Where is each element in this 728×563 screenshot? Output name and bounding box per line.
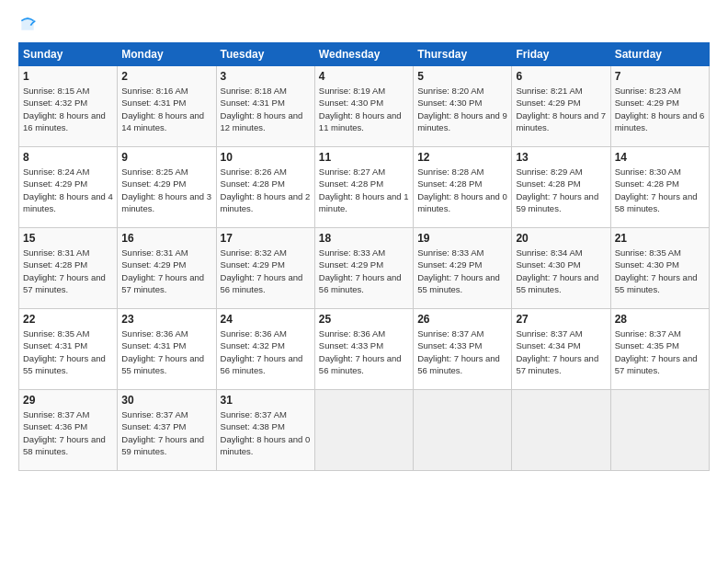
calendar-cell: 19Sunrise: 8:33 AMSunset: 4:29 PMDayligh… [414, 228, 512, 309]
day-number: 7 [615, 70, 705, 83]
calendar-header-thursday: Thursday [414, 43, 512, 66]
day-number: 8 [23, 151, 113, 164]
calendar-cell: 26Sunrise: 8:37 AMSunset: 4:33 PMDayligh… [414, 309, 512, 390]
day-info: Sunrise: 8:29 AMSunset: 4:28 PMDaylight:… [516, 166, 606, 214]
calendar-cell [314, 390, 413, 471]
calendar-week-row: 1Sunrise: 8:15 AMSunset: 4:32 PMDaylight… [19, 66, 710, 147]
day-number: 29 [23, 394, 113, 407]
day-info: Sunrise: 8:33 AMSunset: 4:29 PMDaylight:… [319, 247, 409, 295]
calendar-week-row: 8Sunrise: 8:24 AMSunset: 4:29 PMDaylight… [19, 147, 710, 228]
day-info: Sunrise: 8:34 AMSunset: 4:30 PMDaylight:… [516, 247, 606, 295]
calendar-header-monday: Monday [118, 43, 216, 66]
calendar-header-row: SundayMondayTuesdayWednesdayThursdayFrid… [19, 43, 710, 66]
calendar-cell: 3Sunrise: 8:18 AMSunset: 4:31 PMDaylight… [216, 66, 314, 147]
day-number: 12 [417, 151, 507, 164]
day-number: 15 [23, 232, 113, 245]
calendar-cell: 25Sunrise: 8:36 AMSunset: 4:33 PMDayligh… [314, 309, 413, 390]
day-info: Sunrise: 8:15 AMSunset: 4:32 PMDaylight:… [23, 85, 113, 133]
day-number: 10 [221, 151, 311, 164]
day-number: 2 [121, 70, 211, 83]
day-number: 17 [221, 232, 311, 245]
day-number: 31 [221, 394, 311, 407]
calendar-cell: 12Sunrise: 8:28 AMSunset: 4:28 PMDayligh… [414, 147, 512, 228]
calendar-header-saturday: Saturday [610, 43, 709, 66]
day-number: 11 [319, 151, 409, 164]
calendar-cell: 5Sunrise: 8:20 AMSunset: 4:30 PMDaylight… [414, 66, 512, 147]
calendar-cell: 2Sunrise: 8:16 AMSunset: 4:31 PMDaylight… [118, 66, 216, 147]
calendar-week-row: 22Sunrise: 8:35 AMSunset: 4:31 PMDayligh… [19, 309, 710, 390]
day-number: 5 [417, 70, 507, 83]
calendar-cell: 22Sunrise: 8:35 AMSunset: 4:31 PMDayligh… [19, 309, 118, 390]
calendar-cell: 29Sunrise: 8:37 AMSunset: 4:36 PMDayligh… [19, 390, 118, 471]
logo [18, 15, 39, 33]
calendar-table: SundayMondayTuesdayWednesdayThursdayFrid… [18, 42, 710, 471]
day-info: Sunrise: 8:25 AMSunset: 4:29 PMDaylight:… [121, 166, 211, 214]
page: SundayMondayTuesdayWednesdayThursdayFrid… [0, 0, 728, 563]
day-info: Sunrise: 8:37 AMSunset: 4:37 PMDaylight:… [121, 408, 211, 457]
calendar-cell: 17Sunrise: 8:32 AMSunset: 4:29 PMDayligh… [216, 228, 314, 309]
day-number: 27 [516, 313, 606, 326]
day-number: 28 [615, 313, 705, 326]
calendar-cell: 20Sunrise: 8:34 AMSunset: 4:30 PMDayligh… [512, 228, 610, 309]
day-number: 16 [121, 232, 211, 245]
day-number: 24 [221, 313, 311, 326]
calendar-week-row: 15Sunrise: 8:31 AMSunset: 4:28 PMDayligh… [19, 228, 710, 309]
day-info: Sunrise: 8:33 AMSunset: 4:29 PMDaylight:… [417, 247, 507, 295]
day-info: Sunrise: 8:36 AMSunset: 4:31 PMDaylight:… [121, 327, 211, 376]
calendar-cell: 14Sunrise: 8:30 AMSunset: 4:28 PMDayligh… [610, 147, 709, 228]
day-info: Sunrise: 8:16 AMSunset: 4:31 PMDaylight:… [121, 85, 211, 133]
day-number: 6 [516, 70, 606, 83]
calendar-cell: 16Sunrise: 8:31 AMSunset: 4:29 PMDayligh… [118, 228, 216, 309]
day-info: Sunrise: 8:31 AMSunset: 4:28 PMDaylight:… [23, 247, 113, 295]
day-number: 20 [516, 232, 606, 245]
calendar-cell: 10Sunrise: 8:26 AMSunset: 4:28 PMDayligh… [216, 147, 314, 228]
calendar-cell: 9Sunrise: 8:25 AMSunset: 4:29 PMDaylight… [118, 147, 216, 228]
day-number: 14 [615, 151, 705, 164]
day-info: Sunrise: 8:31 AMSunset: 4:29 PMDaylight:… [121, 247, 211, 295]
calendar-header-wednesday: Wednesday [314, 43, 413, 66]
day-info: Sunrise: 8:37 AMSunset: 4:38 PMDaylight:… [221, 408, 311, 457]
calendar-cell: 27Sunrise: 8:37 AMSunset: 4:34 PMDayligh… [512, 309, 610, 390]
day-info: Sunrise: 8:37 AMSunset: 4:34 PMDaylight:… [516, 327, 606, 376]
calendar-cell: 8Sunrise: 8:24 AMSunset: 4:29 PMDaylight… [19, 147, 118, 228]
calendar-cell: 30Sunrise: 8:37 AMSunset: 4:37 PMDayligh… [118, 390, 216, 471]
day-info: Sunrise: 8:35 AMSunset: 4:30 PMDaylight:… [615, 247, 705, 295]
day-info: Sunrise: 8:21 AMSunset: 4:29 PMDaylight:… [516, 85, 606, 133]
day-number: 26 [417, 313, 507, 326]
calendar-cell: 13Sunrise: 8:29 AMSunset: 4:28 PMDayligh… [512, 147, 610, 228]
day-info: Sunrise: 8:37 AMSunset: 4:35 PMDaylight:… [615, 327, 705, 376]
day-number: 13 [516, 151, 606, 164]
calendar-header-friday: Friday [512, 43, 610, 66]
calendar-cell: 7Sunrise: 8:23 AMSunset: 4:29 PMDaylight… [610, 66, 709, 147]
calendar-cell [610, 390, 709, 471]
day-info: Sunrise: 8:32 AMSunset: 4:29 PMDaylight:… [221, 247, 311, 295]
day-info: Sunrise: 8:23 AMSunset: 4:29 PMDaylight:… [615, 85, 705, 133]
calendar-cell: 28Sunrise: 8:37 AMSunset: 4:35 PMDayligh… [610, 309, 709, 390]
day-info: Sunrise: 8:30 AMSunset: 4:28 PMDaylight:… [615, 166, 705, 214]
day-info: Sunrise: 8:19 AMSunset: 4:30 PMDaylight:… [319, 85, 409, 133]
day-info: Sunrise: 8:27 AMSunset: 4:28 PMDaylight:… [319, 166, 409, 214]
day-number: 3 [221, 70, 311, 83]
calendar-cell: 6Sunrise: 8:21 AMSunset: 4:29 PMDaylight… [512, 66, 610, 147]
calendar-cell: 4Sunrise: 8:19 AMSunset: 4:30 PMDaylight… [314, 66, 413, 147]
day-info: Sunrise: 8:26 AMSunset: 4:28 PMDaylight:… [221, 166, 311, 214]
day-number: 1 [23, 70, 113, 83]
day-number: 30 [121, 394, 211, 407]
day-number: 23 [121, 313, 211, 326]
day-info: Sunrise: 8:37 AMSunset: 4:36 PMDaylight:… [23, 408, 113, 457]
day-number: 22 [23, 313, 113, 326]
day-info: Sunrise: 8:36 AMSunset: 4:33 PMDaylight:… [319, 327, 409, 376]
calendar-cell [512, 390, 610, 471]
day-info: Sunrise: 8:24 AMSunset: 4:29 PMDaylight:… [23, 166, 113, 214]
calendar-header-tuesday: Tuesday [216, 43, 314, 66]
header [18, 15, 710, 33]
calendar-cell: 23Sunrise: 8:36 AMSunset: 4:31 PMDayligh… [118, 309, 216, 390]
day-number: 4 [319, 70, 409, 83]
day-info: Sunrise: 8:28 AMSunset: 4:28 PMDaylight:… [417, 166, 507, 214]
day-info: Sunrise: 8:18 AMSunset: 4:31 PMDaylight:… [221, 85, 311, 133]
calendar-cell: 1Sunrise: 8:15 AMSunset: 4:32 PMDaylight… [19, 66, 118, 147]
calendar-header-sunday: Sunday [19, 43, 118, 66]
day-number: 19 [417, 232, 507, 245]
generalblue-icon [18, 15, 37, 33]
day-info: Sunrise: 8:35 AMSunset: 4:31 PMDaylight:… [23, 327, 113, 376]
